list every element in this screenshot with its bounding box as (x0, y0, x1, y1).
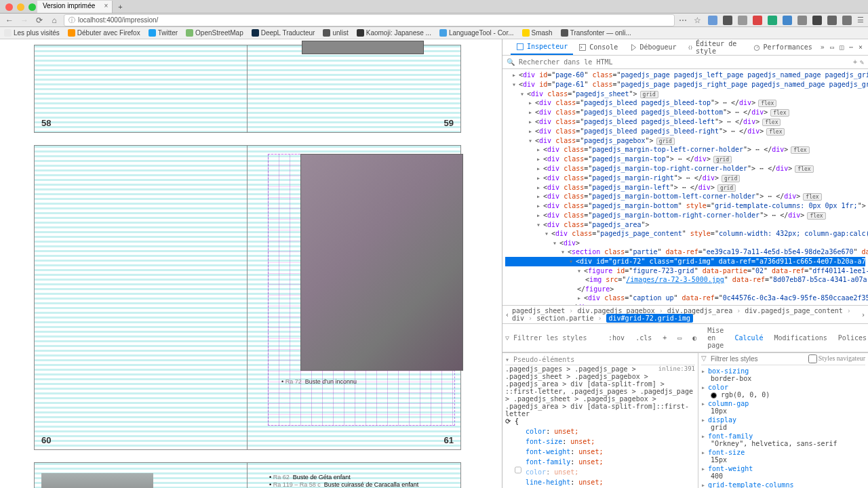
computed-property[interactable]: ▸grid-template-columns38.0833px 38.0833p… (701, 481, 865, 488)
tab-changes[interactable]: Modifications (770, 333, 831, 343)
tab-console[interactable]: Console (573, 41, 623, 54)
breadcrumb-item[interactable]: div.pagedjs_page_content (745, 307, 843, 314)
bookmark-item[interactable]: unlist (323, 29, 348, 37)
computed-property[interactable]: ▸font-family"Orkney", helvetica, sans-se… (701, 432, 865, 448)
tab-fonts[interactable]: Polices (834, 333, 868, 343)
new-tab-button[interactable]: + (113, 3, 127, 11)
home-button[interactable]: ⌂ (49, 16, 60, 25)
bookmark-item[interactable]: DeepL Traducteur (252, 29, 315, 37)
breadcrumb-next[interactable]: › (861, 311, 865, 319)
dock-side-icon[interactable]: ◫ (837, 42, 846, 52)
more-icon[interactable]: ⋯ (679, 16, 687, 25)
dom-node[interactable]: ▾<div class="pagedjs_area"> (505, 220, 865, 230)
ext-icon[interactable] (738, 16, 747, 25)
dom-node[interactable]: ▸<div class="pagedjs_margin-top"> ⋯ </di… (505, 155, 865, 164)
bookmark-item[interactable]: Les plus visités (4, 29, 60, 37)
dom-node[interactable]: ▸<div class="caption up" data-ref="0c445… (505, 293, 865, 303)
dom-node[interactable]: ▾<div id="grid-72" class="grid-img" data… (505, 257, 865, 266)
bookmark-item[interactable]: Twitter (149, 29, 178, 37)
dom-node[interactable]: ▸<div class="pagedjs_bleed pagedjs_bleed… (505, 117, 865, 127)
info-icon[interactable]: ⓘ (68, 16, 75, 25)
computed-property[interactable]: ▸font-weight400 (701, 464, 865, 481)
bookmark-item[interactable]: Transfonter — onli... (561, 29, 631, 37)
dom-node[interactable]: ▾<div> (505, 239, 865, 248)
hov-toggle[interactable]: :hov (604, 333, 629, 343)
tab-style-editor[interactable]: {}Éditeur de style (682, 37, 747, 58)
ext-icon[interactable] (812, 16, 822, 25)
dom-node[interactable]: ▸<div class="pagedjs_margin-right"> ⋯ </… (505, 174, 865, 183)
breadcrumb-prev[interactable]: ‹ (505, 311, 509, 319)
bookmark-item[interactable]: Smash (522, 29, 553, 37)
more-tabs-icon[interactable]: » (818, 42, 827, 52)
breadcrumb-item[interactable]: section.partie (536, 314, 593, 322)
contrast-icon[interactable]: ◐ (688, 333, 701, 343)
dom-tree[interactable]: ▸<div id="page-60" class="pagedjs_page p… (502, 69, 868, 305)
dom-node[interactable]: ▾<div class="pagedjs_pagebox">grid (505, 136, 865, 146)
css-declaration[interactable]: line-height: unset; (505, 476, 695, 486)
breadcrumb-item[interactable]: pagedjs_sheet (512, 307, 565, 314)
dom-node[interactable]: ▸<div class="pagedjs_margin-left"> ⋯ </d… (505, 183, 865, 192)
minimize-window-icon[interactable] (17, 3, 24, 11)
browser-styles-checkbox[interactable]: Styles navigateur (808, 354, 865, 363)
computed-property[interactable]: ▸font-size15px (701, 448, 865, 464)
computed-property[interactable]: ▸box-sizingborder-box (701, 367, 865, 383)
breadcrumb-item[interactable]: div (512, 314, 524, 322)
tab-computed[interactable]: Calculé (730, 333, 767, 343)
tab-debugger[interactable]: Débogueur (623, 41, 682, 54)
browser-tab[interactable]: Version imprimée × (37, 1, 113, 13)
rule-location[interactable]: inline:391 (658, 365, 695, 372)
menu-icon[interactable]: ☰ (857, 16, 864, 25)
maximize-window-icon[interactable] (28, 3, 36, 11)
close-window-icon[interactable] (5, 3, 13, 11)
css-declaration[interactable]: color: unset; (505, 466, 695, 476)
iframe-picker-icon[interactable]: ▭ (827, 42, 837, 52)
add-node-icon[interactable]: + (853, 58, 857, 66)
bookmark-item[interactable]: OpenStreetMap (186, 29, 243, 37)
reload-button[interactable]: ⟳ (34, 16, 45, 25)
ext-icon[interactable] (783, 16, 792, 25)
bookmark-item[interactable]: Débuter avec Firefox (68, 29, 140, 37)
dom-node[interactable]: ▾<div class="pagedjs_sheet">grid (505, 89, 865, 99)
computed-property[interactable]: ▸color rgb(0, 0, 0) (701, 383, 865, 399)
css-selector[interactable]: .pagedjs_pages > .pagedjs_page > .pagedj… (505, 365, 695, 418)
add-rule-icon[interactable]: + (658, 333, 671, 343)
url-field[interactable]: ⓘ localhost:4000/impression/ (64, 14, 675, 26)
styles-filter-input[interactable] (512, 333, 601, 343)
bookmark-icon[interactable]: ☆ (694, 16, 701, 25)
dom-node[interactable]: ▾<div class="pagedjs_page_content" style… (505, 229, 865, 239)
rules-pane[interactable]: ▾ Pseudo-éléments inline:391 .pagedjs_pa… (502, 353, 698, 488)
devtools-menu-icon[interactable]: ⋯ (846, 42, 856, 52)
dom-node[interactable]: ▸<div class="pagedjs_bleed pagedjs_bleed… (505, 98, 865, 108)
ext-icon[interactable] (753, 16, 762, 25)
tab-inspector[interactable]: Inspecteur (511, 40, 573, 55)
tab-layout[interactable]: Mise en page (703, 325, 728, 350)
cls-toggle[interactable]: .cls (631, 333, 656, 343)
dom-node[interactable]: </figure> (505, 285, 865, 294)
close-devtools-icon[interactable]: × (856, 42, 865, 52)
css-declaration[interactable]: font-family: unset; (505, 455, 695, 466)
bookmark-item[interactable]: Kaomoji: Japanese ... (357, 29, 431, 37)
pseudo-section[interactable]: ▾ Pseudo-éléments (505, 354, 695, 365)
print-styles-icon[interactable]: ▭ (673, 333, 686, 343)
tab-performance[interactable]: Performances (747, 41, 818, 54)
ext-icon[interactable] (708, 16, 717, 25)
dom-search-input[interactable] (517, 57, 850, 67)
dom-node[interactable]: ▸<div class="pagedjs_margin-top-left-cor… (505, 145, 865, 155)
dom-node[interactable]: <img src="/images/ra-72-3-5000.jpg" data… (505, 275, 865, 285)
ext-icon[interactable] (827, 16, 837, 25)
close-tab-icon[interactable]: × (104, 2, 108, 9)
ext-icon[interactable] (842, 16, 852, 25)
css-declaration[interactable]: font-weight: unset; (505, 445, 695, 455)
css-declaration[interactable]: color: unset; (505, 425, 695, 435)
pick-element-icon[interactable] (505, 42, 511, 52)
ext-icon[interactable] (723, 16, 732, 25)
dom-node[interactable]: ▸<div class="pagedjs_margin-bottom-right… (505, 211, 865, 220)
eyedropper-icon[interactable]: ✎ (860, 58, 864, 66)
computed-filter-input[interactable] (711, 354, 804, 363)
dom-node[interactable]: ▸<div class="pagedjs_margin-bottom" styl… (505, 201, 865, 211)
dom-node[interactable]: ▸<div class="pagedjs_margin-bottom-left-… (505, 192, 865, 201)
computed-property[interactable]: ▸column-gap10px (701, 399, 865, 415)
computed-pane[interactable]: ▽ Styles navigateur ▸box-sizingborder-bo… (698, 353, 868, 488)
dom-node[interactable]: ▸<div id="page-60" class="pagedjs_page p… (505, 70, 865, 80)
dom-node[interactable]: ▸<div class="pagedjs_bleed pagedjs_bleed… (505, 108, 865, 117)
